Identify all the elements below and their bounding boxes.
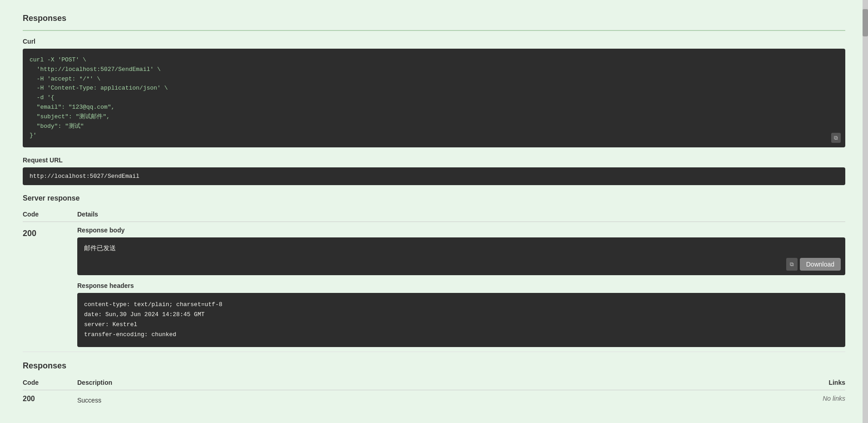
bottom-links-header: Links <box>544 375 845 390</box>
top-responses-title: Responses <box>23 14 845 23</box>
curl-code-text: curl -X 'POST' \ 'http://localhost:5027/… <box>30 56 168 139</box>
bottom-response-links: No links <box>544 390 845 408</box>
response-body-content: 邮件已发送 <box>84 245 116 252</box>
curl-copy-button[interactable]: ⧉ <box>831 133 841 143</box>
curl-code-block: curl -X 'POST' \ 'http://localhost:5027/… <box>23 49 845 147</box>
main-content: Responses Curl curl -X 'POST' \ 'http://… <box>0 0 868 418</box>
server-response-code-header: Code <box>23 207 77 222</box>
scrollbar[interactable] <box>863 0 868 423</box>
bottom-response-description: Success <box>77 390 544 408</box>
response-headers-content: content-type: text/plain; charset=utf-8d… <box>84 301 222 338</box>
response-headers-block: content-type: text/plain; charset=utf-8d… <box>77 293 845 347</box>
curl-label: Curl <box>23 38 845 45</box>
bottom-responses-section: Responses Code Description Links 200 Suc… <box>23 361 845 408</box>
bottom-responses-title: Responses <box>23 361 845 371</box>
scrollbar-thumb[interactable] <box>863 9 868 36</box>
response-body-label: Response body <box>77 227 845 234</box>
response-body-block: 邮件已发送 ⧉ Download <box>77 237 845 275</box>
server-response-details-header: Details <box>77 207 845 222</box>
url-block: http://localhost:5027/SendEmail <box>23 167 845 185</box>
bottom-code-header: Code <box>23 375 77 390</box>
server-response-table: Code Details 200 Response body 邮件已发送 <box>23 207 845 352</box>
response-body-download-button[interactable]: Download <box>800 258 841 271</box>
bottom-response-code: 200 <box>23 390 77 408</box>
request-url-label: Request URL <box>23 156 845 164</box>
page-wrapper: Responses Curl curl -X 'POST' \ 'http://… <box>0 0 868 423</box>
server-response-code: 200 <box>23 222 77 352</box>
server-response-section: Server response Code Details 200 Respons… <box>23 194 845 352</box>
response-body-copy-button[interactable]: ⧉ <box>786 258 798 271</box>
server-response-row: 200 Response body 邮件已发送 ⧉ Download <box>23 222 845 352</box>
server-response-details: Response body 邮件已发送 ⧉ Download Response … <box>77 222 845 352</box>
bottom-description-header: Description <box>77 375 544 390</box>
server-response-title: Server response <box>23 194 845 202</box>
curl-section: Curl curl -X 'POST' \ 'http://localhost:… <box>23 38 845 147</box>
top-divider <box>23 30 845 31</box>
response-body-actions: ⧉ Download <box>786 258 841 271</box>
request-url-section: Request URL http://localhost:5027/SendEm… <box>23 156 845 185</box>
response-headers-label: Response headers <box>77 282 845 289</box>
bottom-response-row: 200 Success No links <box>23 390 845 408</box>
success-text: Success <box>77 397 544 404</box>
bottom-responses-table: Code Description Links 200 Success No li… <box>23 375 845 408</box>
